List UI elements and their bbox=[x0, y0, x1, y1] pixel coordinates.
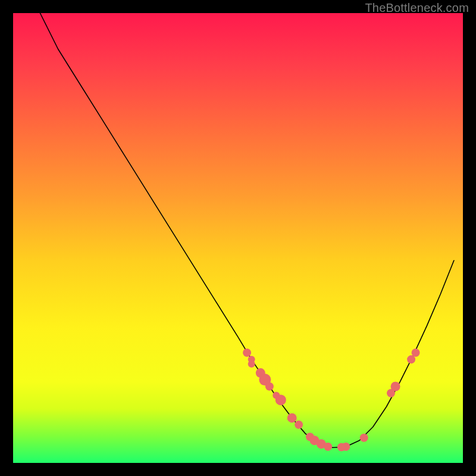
data-point bbox=[342, 443, 350, 451]
data-point bbox=[243, 349, 251, 357]
watermark-text: TheBottleneck.com bbox=[365, 1, 469, 15]
data-point bbox=[391, 382, 400, 392]
data-point bbox=[265, 383, 274, 391]
data-point bbox=[412, 349, 420, 357]
data-point bbox=[360, 434, 368, 442]
data-point bbox=[324, 443, 332, 451]
chart-svg bbox=[13, 13, 463, 463]
data-points-group bbox=[243, 349, 419, 452]
data-point bbox=[287, 413, 297, 422]
data-point bbox=[275, 394, 286, 405]
bottleneck-curve bbox=[40, 13, 454, 447]
data-point bbox=[248, 361, 255, 368]
data-point bbox=[295, 421, 303, 429]
